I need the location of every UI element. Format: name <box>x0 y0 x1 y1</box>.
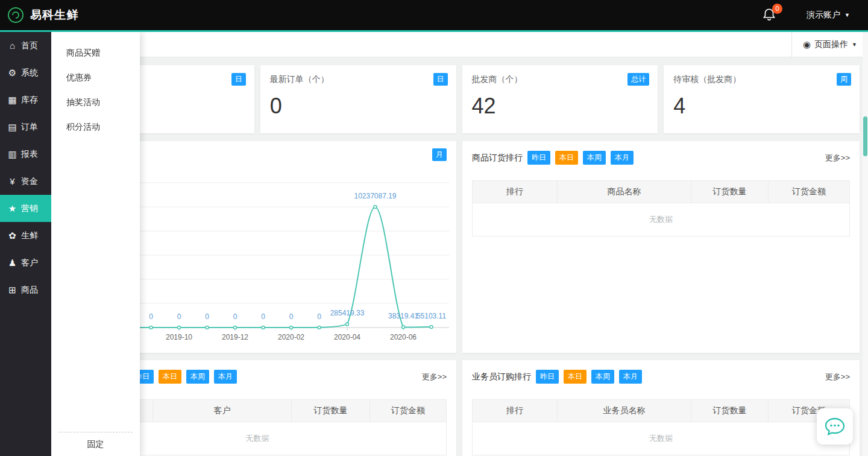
sidebar-item-label: 营销 <box>21 203 38 214</box>
chart-period-badge: 月 <box>432 148 447 161</box>
filter-week-button[interactable]: 本周 <box>583 151 606 165</box>
filter-yesterday-button[interactable]: 昨日 <box>536 370 559 384</box>
chevron-down-icon: ▼ <box>852 42 857 48</box>
page-operations-label: 页面操作 <box>814 39 848 50</box>
fresh-icon: ✿ <box>7 230 17 241</box>
column-header-rank: 排行 <box>473 400 558 422</box>
filter-yesterday-button[interactable]: 昨日 <box>527 151 550 165</box>
sidebar-item-home[interactable]: ⌂ 首页 <box>0 32 51 59</box>
marketing-submenu-panel: 商品买赠 优惠券 抽奖活动 积分活动 固定 <box>51 32 140 456</box>
sidebar-item-label: 客户 <box>21 258 38 268</box>
column-header-order-qty: 订货数量 <box>691 400 769 422</box>
filter-month-button[interactable]: 本月 <box>611 151 634 165</box>
sidebar-item-goods[interactable]: ⊞ 商品 <box>0 276 51 303</box>
rank-card-header: 商品订货排行 昨日 本日 本周 本月 更多>> <box>472 151 850 165</box>
svg-text:2020-06: 2020-06 <box>390 333 417 341</box>
chat-button[interactable] <box>817 408 853 445</box>
sidebar-item-inventory[interactable]: ▦ 库存 <box>0 86 51 113</box>
gear-icon: ⚙ <box>7 68 17 78</box>
sidebar-item-funds[interactable]: ¥ 资金 <box>0 168 51 195</box>
svg-text:0: 0 <box>149 312 153 321</box>
filter-month-button[interactable]: 本月 <box>214 370 237 384</box>
submenu-item-points[interactable]: 积分活动 <box>51 115 140 139</box>
bottom-row: 昨日 本日 本周 本月 更多>> 客户 订货数量 订货金额 无数据 <box>58 360 860 456</box>
home-icon: ⌂ <box>7 40 17 51</box>
notification-bell-button[interactable]: 0 <box>762 7 778 23</box>
more-link[interactable]: 更多>> <box>825 153 850 163</box>
middle-row: 月 2019-082019-102019-122020-022020-04202… <box>58 141 860 353</box>
svg-text:55103.11: 55103.11 <box>417 312 446 320</box>
more-link[interactable]: 更多>> <box>422 372 447 382</box>
scrollbar-track[interactable] <box>863 32 868 456</box>
svg-text:285419.33: 285419.33 <box>330 309 365 317</box>
stat-card-pending-review: 待审核（批发商） 周 4 <box>664 65 860 133</box>
stat-value: 0 <box>270 93 447 119</box>
filter-today-button[interactable]: 本日 <box>564 370 587 384</box>
sidebar-nav: ⌂ 首页 ⚙ 系统 ▦ 库存 ▤ 订单 ▥ 报表 ¥ 资金 ★ 营销 ✿ 生鲜 … <box>0 30 51 456</box>
column-header-order-amount: 订货金额 <box>370 400 447 422</box>
funds-icon: ¥ <box>7 176 17 186</box>
sidebar-item-label: 系统 <box>21 68 38 78</box>
filter-today-button[interactable]: 本日 <box>555 151 578 165</box>
star-icon: ★ <box>7 203 17 214</box>
page-operations-button[interactable]: ◉ 页面操作 ▼ <box>791 32 868 57</box>
account-menu[interactable]: 演示账户 ▼ <box>807 10 850 21</box>
submenu-item-lottery[interactable]: 抽奖活动 <box>51 90 140 115</box>
sidebar-item-reports[interactable]: ▥ 报表 <box>0 141 51 168</box>
salesman-ranking-table: 排行 业务员名称 订货数量 订货金额 无数据 <box>472 399 850 455</box>
target-icon: ◉ <box>803 39 811 50</box>
topbar: 易科生鲜 0 演示账户 ▼ <box>0 0 868 30</box>
column-header-order-amount: 订货金额 <box>769 181 850 203</box>
stat-label: 最新订单（个） <box>270 74 447 85</box>
svg-text:2019-12: 2019-12 <box>222 333 248 341</box>
sidebar-item-fresh[interactable]: ✿ 生鲜 <box>0 222 51 249</box>
sidebar-item-orders[interactable]: ▤ 订单 <box>0 113 51 141</box>
stat-card-latest-orders: 最新订单（个） 日 0 <box>260 65 456 133</box>
chat-bubble-icon <box>824 417 846 436</box>
svg-text:0: 0 <box>289 312 294 321</box>
column-header-order-qty: 订货数量 <box>691 181 769 203</box>
filter-today-button[interactable]: 本日 <box>159 370 181 384</box>
product-ranking-table: 排行 商品名称 订货数量 订货金额 无数据 <box>472 180 850 236</box>
svg-text:0: 0 <box>177 312 181 321</box>
sidebar-item-label: 订单 <box>21 122 38 133</box>
filter-week-button[interactable]: 本周 <box>591 370 614 384</box>
sidebar-item-label: 报表 <box>21 149 38 160</box>
scrollbar-thumb[interactable] <box>863 116 867 156</box>
sidebar-item-marketing[interactable]: ★ 营销 <box>0 195 51 222</box>
notification-count-badge: 0 <box>772 4 782 14</box>
inventory-icon: ▦ <box>7 95 17 106</box>
accent-divider <box>0 30 868 32</box>
more-link[interactable]: 更多>> <box>825 372 850 382</box>
sidebar-item-label: 首页 <box>21 40 38 51</box>
svg-text:38319.41: 38319.41 <box>388 312 418 320</box>
column-header-order-qty: 订货数量 <box>292 400 370 422</box>
salesman-ranking-card: 业务员订购排行 昨日 本日 本周 本月 更多>> 排行 业务员名称 订货数量 订… <box>462 360 860 456</box>
sidebar-item-system[interactable]: ⚙ 系统 <box>0 59 51 86</box>
sidebar-item-label: 生鲜 <box>21 230 38 241</box>
submenu-item-coupon[interactable]: 优惠券 <box>51 65 140 90</box>
stat-period-badge: 日 <box>433 73 448 86</box>
chevron-down-icon: ▼ <box>844 12 850 18</box>
sidebar-item-label: 商品 <box>21 285 38 296</box>
svg-text:0: 0 <box>233 312 237 321</box>
stat-period-badge: 周 <box>837 73 851 86</box>
rank-card-title: 业务员订购排行 <box>472 372 531 382</box>
stat-cards-row: 日 最新订单（个） 日 0 批发商（个） 总计 42 待审核（批发商） 周 4 <box>58 65 860 133</box>
svg-text:0: 0 <box>261 312 265 321</box>
main-area: ◉ 页面操作 ▼ 日 最新订单（个） 日 0 批发商（个） 总计 42 <box>51 0 868 456</box>
sidebar-item-customers[interactable]: ♟ 客户 <box>0 249 51 276</box>
stat-label: 批发商（个） <box>472 74 649 85</box>
svg-text:0: 0 <box>317 312 321 321</box>
product-ranking-card: 商品订货排行 昨日 本日 本周 本月 更多>> 排行 商品名称 订货数量 订货金… <box>462 141 860 353</box>
submenu-item-gift[interactable]: 商品买赠 <box>51 40 140 65</box>
filter-month-button[interactable]: 本月 <box>619 370 642 384</box>
filter-week-button[interactable]: 本周 <box>186 370 209 384</box>
rank-card-header: 业务员订购排行 昨日 本日 本周 本月 更多>> <box>472 370 850 384</box>
svg-text:0: 0 <box>205 312 209 321</box>
stat-card-wholesalers: 批发商（个） 总计 42 <box>462 65 658 133</box>
orders-icon: ▤ <box>7 122 17 133</box>
stat-value: 42 <box>472 93 649 119</box>
empty-data-row: 无数据 <box>473 203 850 236</box>
submenu-pin-button[interactable]: 固定 <box>51 432 140 456</box>
